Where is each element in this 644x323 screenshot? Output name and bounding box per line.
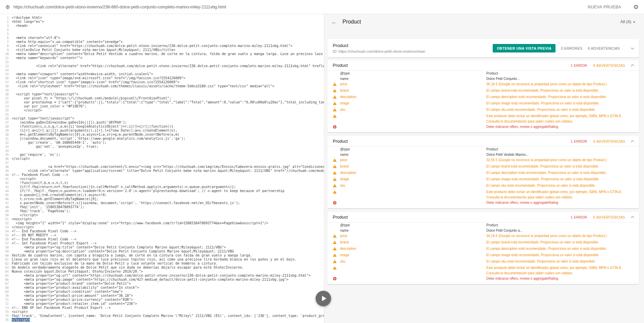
- table-row: nameDolce Petit Conjunto a...: [327, 228, 639, 233]
- summary-title: Product: [333, 43, 425, 48]
- code-text: (window.gaDevIds=window.gaDevIds||[]).pu…: [12, 121, 127, 124]
- line-number: 34: [0, 149, 9, 153]
- new-test-button[interactable]: NUEVA PRUEBA: [588, 5, 621, 9]
- table-row: Este producto debe incluir un identifica…: [327, 189, 639, 200]
- table-row: skuEl campo sku está recomendado. Propor…: [327, 259, 639, 265]
- gear-icon[interactable]: ⚙: [633, 4, 639, 10]
- table-row: nameDolce Petit Conjunto...: [327, 76, 639, 82]
- code-line: 58 <meta property="og:title" content="Do…: [0, 245, 324, 249]
- property-value: Dolce Petit Conjunto...: [486, 76, 634, 82]
- line-number: 38: [0, 165, 9, 169]
- row-icon-slot: [333, 240, 340, 246]
- code-line: 28 (function(i,s,o,g,r,a,m){i['GoogleAna…: [0, 125, 324, 129]
- property-name: [340, 276, 486, 282]
- result-card-header[interactable]: Product1 ERROR6 ADVERTENCIAS: [327, 136, 639, 147]
- result-card-header[interactable]: Product1 ERROR6 ADVERTENCIAS: [327, 60, 639, 71]
- error-count: 1 ERROR: [571, 63, 587, 67]
- code-line: 67 <meta property="product:brand" conten…: [0, 282, 324, 286]
- code-text: <meta name="viewport" content="width=dev…: [12, 72, 153, 76]
- line-number: 56: [0, 237, 9, 241]
- line-number: 69: [0, 290, 9, 294]
- property-value: 32,55 € (Google no reconoce la propiedad…: [486, 157, 634, 164]
- line-number: 16: [0, 76, 9, 80]
- property-name: sku: [340, 259, 486, 265]
- property-value: El campo brand está recomendado. Proporc…: [486, 164, 634, 170]
- line-number: 48: [0, 205, 9, 209]
- warning-icon: [333, 190, 337, 194]
- code-text: </script>: [12, 318, 30, 322]
- property-value: El campo image está recomendado. Proporc…: [486, 177, 634, 183]
- chevron-up-icon[interactable]: [631, 140, 634, 143]
- line-number: 11: [0, 56, 9, 60]
- code-line: 15 <meta name="viewport" content="width=…: [0, 72, 324, 76]
- property-name: [340, 124, 486, 131]
- code-text: Fabricado con tejido exclusivo de la man…: [12, 262, 218, 265]
- code-line: 4: [0, 28, 324, 32]
- caret-down-icon: ▾: [633, 20, 635, 24]
- topbar: https://chuchuah.com/dolce-petit-otono-i…: [0, 0, 644, 14]
- code-text: <!-- DO NOT MODIFY -->: [12, 233, 56, 237]
- code-text: <meta property="product:availability" co…: [12, 286, 139, 289]
- table-row: skuEl campo sku está recomendado. Propor…: [327, 183, 639, 189]
- code-line: 61Lleva un gran lazo rojo en el delanter…: [0, 258, 324, 262]
- code-line: 51<noscript>: [0, 217, 324, 221]
- code-line: 13 <link rel="alternate" href="https://c…: [0, 64, 324, 68]
- line-number: 51: [0, 217, 9, 221]
- results-panel: ← Product All (4) ▾ Product ID: https://…: [324, 14, 644, 323]
- property-name: [340, 265, 486, 276]
- code-line: 29 (i[r].q=i[r].q||[]).push(arguments)),…: [0, 129, 324, 133]
- property-value: El campo image está recomendado. Proporc…: [486, 252, 634, 259]
- chevron-up-icon[interactable]: [631, 64, 634, 67]
- code-line: 39 <link rel="alternate" type="applicati…: [0, 169, 324, 173]
- type-filter-dropdown[interactable]: All (4) ▾: [620, 19, 635, 24]
- code-text: Un modelo verdaderamente elegante de Dol…: [12, 266, 244, 269]
- code-text: t.src=v;s=b.getElementsByTagName(e)[0];: [12, 197, 99, 201]
- line-number: 21: [0, 96, 9, 100]
- code-text: <link rel="alternate" href="https://chuc…: [12, 64, 324, 68]
- code-line: 37: [0, 161, 324, 165]
- line-number: 33: [0, 145, 9, 149]
- summary-actions: OBTENER UNA VISTA PREVIA 0 ERRORES 6 ADV…: [493, 44, 634, 52]
- line-number: 65: [0, 274, 9, 278]
- code-line: 45 n.queue=[];t=b.createElement(e);t.asy…: [0, 193, 324, 197]
- chevron-down-icon[interactable]: [631, 48, 634, 49]
- line-number: 40: [0, 173, 9, 177]
- property-name: @type: [340, 147, 486, 152]
- line-number: 61: [0, 258, 9, 262]
- code-text: var pixel_fc = "https:\/\/chuchuah.com\/…: [12, 96, 171, 100]
- table-row: @typeProduct: [327, 223, 639, 228]
- preview-button[interactable]: OBTENER UNA VISTA PREVIA: [493, 44, 555, 52]
- chevron-up-icon[interactable]: [631, 216, 634, 219]
- property-name: name: [340, 152, 486, 157]
- line-number: 26: [0, 117, 9, 121]
- code-text: <link rel="icon" type="image/vnd.microso…: [12, 76, 185, 80]
- code-text: <head>: [12, 24, 28, 28]
- line-number: 32: [0, 141, 9, 145]
- code-line: 9 <title>Dolce Petit Conjunto bebe niña …: [0, 48, 324, 52]
- code-panel: 1<!doctype html>2<html lang="es">3 <head…: [0, 14, 324, 323]
- code-text: <link rel="shortcut icon" type="image/x-…: [12, 80, 179, 84]
- row-icon-slot: [333, 189, 340, 200]
- line-number: 76: [0, 318, 9, 322]
- code-line: 68 <meta property="product:availability"…: [0, 286, 324, 290]
- line-number: 25: [0, 112, 9, 117]
- line-number: 23: [0, 104, 9, 108]
- code-text: var prestashop = {"cart":{"products":[],…: [12, 100, 324, 104]
- code-line: 72 <meta property="product:retailer_item…: [0, 302, 324, 306]
- code-text: <meta name="description" content="Dolce …: [12, 52, 324, 56]
- property-value: El campo description está recomendado. P…: [486, 94, 634, 101]
- code-text: fbq('track', 'ViewContent', {content_nam…: [12, 314, 324, 318]
- code-line: 64Nueva colección &quot;Dolce Petit&quot…: [0, 270, 324, 274]
- result-card-header[interactable]: Product1 ERROR6 ADVERTENCIAS: [327, 212, 639, 223]
- code-text: var psr_json_color = "#F19D76";: [12, 104, 87, 108]
- back-arrow-icon[interactable]: ←: [331, 19, 337, 25]
- row-icon-slot: [333, 252, 340, 259]
- table-row: @typeProduct: [327, 147, 639, 152]
- line-number: 54: [0, 229, 9, 233]
- line-number: 72: [0, 302, 9, 306]
- error-count: 1 ERROR: [571, 215, 587, 219]
- table-row: Debe indicarse offers, review o aggregat…: [327, 124, 639, 131]
- line-number: 57: [0, 241, 9, 245]
- play-button[interactable]: [316, 291, 331, 306]
- table-row: price34,18 € (Google no reconoce la prop…: [327, 233, 639, 240]
